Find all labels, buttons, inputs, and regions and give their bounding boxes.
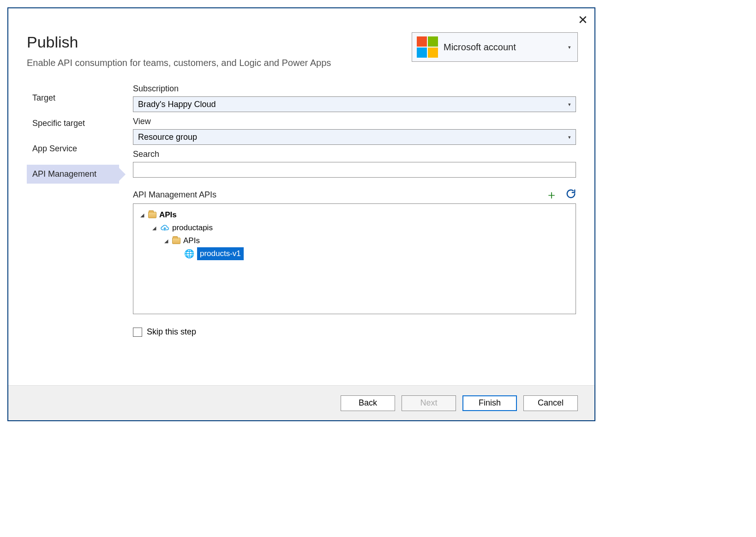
sidebar-item-api-management[interactable]: API Management xyxy=(27,165,119,184)
folder-icon xyxy=(148,212,156,218)
api-tree[interactable]: ◢ APIs ◢ productapis ◢ APIs xyxy=(133,203,576,314)
view-dropdown[interactable]: Resource group ▾ xyxy=(133,129,576,145)
api-list-header: API Management APIs ＋ xyxy=(133,189,576,201)
add-icon[interactable]: ＋ xyxy=(546,189,558,201)
back-button[interactable]: Back xyxy=(341,395,395,411)
body: Target Specific target App Service API M… xyxy=(8,68,594,385)
chevron-down-icon: ▾ xyxy=(568,134,571,140)
tree-root-label: APIs xyxy=(159,209,177,221)
next-button: Next xyxy=(402,395,456,411)
logo-square-br xyxy=(428,48,438,58)
api-list-actions: ＋ xyxy=(546,189,576,201)
sidebar-item-target[interactable]: Target xyxy=(27,89,119,107)
subscription-value: Brady's Happy Cloud xyxy=(138,100,216,109)
refresh-icon[interactable] xyxy=(566,189,576,201)
close-icon[interactable]: ✕ xyxy=(578,14,588,26)
logo-square-bl xyxy=(417,48,427,58)
chevron-down-icon: ▾ xyxy=(568,101,571,107)
finish-button[interactable]: Finish xyxy=(462,395,517,411)
expand-arrow-icon[interactable]: ◢ xyxy=(151,221,157,234)
logo-square-tl xyxy=(417,36,427,47)
account-label: Microsoft account xyxy=(444,42,563,53)
skip-step-label: Skip this step xyxy=(147,327,196,337)
search-label: Search xyxy=(133,149,576,159)
cancel-button[interactable]: Cancel xyxy=(523,395,578,411)
expand-arrow-icon[interactable]: ◢ xyxy=(139,209,145,221)
search-input[interactable] xyxy=(133,162,576,178)
tree-child-folder-label: APIs xyxy=(183,234,200,247)
folder-icon xyxy=(172,238,180,244)
api-list-label: API Management APIs xyxy=(133,190,216,200)
logo-square-tr xyxy=(428,36,438,47)
account-selector[interactable]: Microsoft account ▾ xyxy=(412,32,578,62)
microsoft-logo-icon xyxy=(417,36,438,58)
subscription-dropdown[interactable]: Brady's Happy Cloud ▾ xyxy=(133,96,576,112)
view-value: Resource group xyxy=(138,132,197,142)
tree-selected-api-label: products-v1 xyxy=(197,247,244,260)
tree-node-child-folder[interactable]: ◢ APIs xyxy=(137,234,572,247)
tree-service-label: productapis xyxy=(172,221,213,234)
tree-node-root[interactable]: ◢ APIs xyxy=(137,209,572,221)
publish-dialog: ✕ Microsoft account ▾ Publish Enable API… xyxy=(7,7,595,421)
globe-icon: 🌐 xyxy=(184,247,194,260)
subscription-label: Subscription xyxy=(133,84,576,94)
sidebar: Target Specific target App Service API M… xyxy=(27,82,119,376)
sidebar-item-app-service[interactable]: App Service xyxy=(27,139,119,158)
skip-step-checkbox[interactable] xyxy=(133,328,142,337)
cloud-icon xyxy=(160,224,169,232)
sidebar-item-specific-target[interactable]: Specific target xyxy=(27,114,119,133)
tree-node-service[interactable]: ◢ productapis xyxy=(137,221,572,234)
dialog-footer: Back Next Finish Cancel xyxy=(8,385,594,420)
skip-step-row: Skip this step xyxy=(133,327,576,337)
view-label: View xyxy=(133,117,576,126)
expand-arrow-icon[interactable]: ◢ xyxy=(163,234,169,247)
tree-node-selected-api[interactable]: 🌐 products-v1 xyxy=(137,247,572,260)
main-panel: Subscription Brady's Happy Cloud ▾ View … xyxy=(133,82,576,376)
chevron-down-icon: ▾ xyxy=(568,44,573,50)
